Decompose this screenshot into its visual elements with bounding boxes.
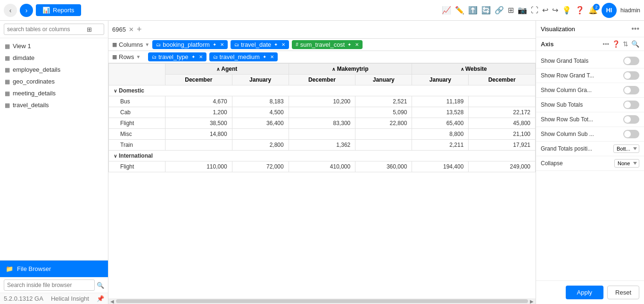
- cell-value: 21,100: [469, 129, 536, 140]
- scroll-right-arrow[interactable]: ▶: [530, 299, 534, 304]
- group-chevron[interactable]: ∨: [114, 88, 117, 93]
- cell-value: 194,400: [412, 161, 469, 172]
- chip-move-icon[interactable]: ✦: [263, 54, 266, 59]
- rp-menu-icon[interactable]: •••: [631, 25, 639, 33]
- sidebar-item-geo[interactable]: ▦ geo_cordinates: [0, 76, 108, 87]
- redo-icon[interactable]: ↪: [552, 6, 558, 15]
- chip-move-icon[interactable]: ✦: [274, 42, 278, 47]
- help-icon[interactable]: ❓: [575, 6, 585, 15]
- chip-close-icon[interactable]: ✕: [220, 42, 224, 47]
- rp-header: Visualization •••: [536, 21, 644, 37]
- group-chevron[interactable]: ∨: [114, 153, 117, 159]
- chip-booking-platform[interactable]: 🗂 booking_platform ✦ ✕: [152, 40, 228, 49]
- row-label: Flight: [109, 161, 165, 172]
- chip-label: sum_travel_cost: [300, 41, 345, 48]
- reports-button[interactable]: 📊 Reports: [36, 4, 81, 16]
- sidebar-item-meeting[interactable]: ▦ meeting_details: [0, 87, 108, 99]
- chip-move-icon[interactable]: ✦: [213, 42, 216, 47]
- export-icon[interactable]: ⬆️: [468, 6, 478, 15]
- back-button[interactable]: ‹: [4, 4, 17, 17]
- user-avatar[interactable]: HI: [602, 3, 617, 18]
- website-chevron[interactable]: ∧: [461, 67, 464, 72]
- chip-close-icon[interactable]: ✕: [270, 54, 274, 59]
- columns-chevron[interactable]: ▼: [145, 42, 149, 47]
- sidebar-item-travel[interactable]: ▦ travel_details: [0, 99, 108, 111]
- file-search-icon[interactable]: 🔍: [97, 282, 104, 289]
- chip-icon: 🗂: [152, 54, 157, 59]
- cell-value: 13,528: [412, 107, 469, 118]
- file-search-input[interactable]: [4, 279, 95, 291]
- share-icon[interactable]: 🔗: [495, 6, 504, 15]
- chip-travel-date[interactable]: 🗂 travel_date ✦ ✕: [231, 40, 289, 49]
- tab-plus-icon[interactable]: +: [137, 25, 142, 34]
- toggle-switch[interactable]: [623, 130, 639, 138]
- agent-chevron[interactable]: ∧: [216, 67, 220, 72]
- pin-icon[interactable]: 📌: [97, 295, 104, 302]
- refresh-icon[interactable]: 🔄: [481, 6, 491, 15]
- axis-menu-icon[interactable]: •••: [603, 41, 609, 48]
- bulb-icon[interactable]: 💡: [562, 6, 571, 15]
- chip-sum-travel-cost[interactable]: # sum_travel_cost ✦ ✕: [292, 40, 363, 49]
- scrollbar-track[interactable]: [116, 299, 528, 303]
- chip-label: travel_type: [158, 53, 189, 60]
- cell-value: [355, 129, 412, 140]
- chip-icon: #: [296, 42, 298, 47]
- rp-select[interactable]: Bott...: [613, 144, 639, 153]
- expand-icon[interactable]: ⛶: [531, 6, 538, 15]
- toggle-switch[interactable]: [623, 115, 639, 124]
- chip-travel-medium[interactable]: 🗂 travel_medium ✦ ✕: [209, 52, 278, 61]
- cell-value: 1,200: [165, 107, 232, 118]
- file-browser-button[interactable]: 📁 File Browser: [0, 261, 108, 277]
- cell-value: 11,189: [412, 96, 469, 107]
- chart-line-icon[interactable]: 📈: [442, 6, 451, 15]
- rp-option-label: Grand Totals positi...: [541, 145, 592, 152]
- sidebar-item-employee[interactable]: ▦ employee_details: [0, 64, 108, 76]
- reset-button[interactable]: Reset: [607, 286, 639, 299]
- cell-value: 10,200: [289, 96, 355, 107]
- folder-icon: 📁: [6, 265, 13, 272]
- rp-option-row: Show Column Gra...: [536, 83, 644, 98]
- chip-move-icon[interactable]: ✦: [191, 54, 195, 59]
- scroll-left-arrow[interactable]: ◀: [110, 299, 114, 304]
- rp-select[interactable]: None: [614, 159, 639, 168]
- rows-chevron[interactable]: ▼: [136, 54, 141, 59]
- apply-button[interactable]: Apply: [566, 286, 604, 299]
- rp-option-row: Show Row Sub Tot...: [536, 112, 644, 127]
- notification-badge[interactable]: 🔔 2: [588, 6, 598, 15]
- cell-value: [469, 96, 536, 107]
- undo-icon[interactable]: ↩: [542, 6, 548, 15]
- edit-icon[interactable]: ✏️: [455, 6, 464, 15]
- rp-option-row: Show Column Sub ...: [536, 127, 644, 142]
- row-label: Bus: [109, 96, 165, 107]
- help-circle-icon[interactable]: ❓: [612, 40, 620, 48]
- axis-label: Axis: [541, 41, 553, 48]
- horizontal-scrollbar[interactable]: ◀ ▶: [108, 298, 536, 304]
- toggle-switch[interactable]: [623, 101, 639, 109]
- columns-label-area: ▦ Columns ▼: [112, 41, 149, 48]
- chip-label: travel_date: [241, 41, 271, 48]
- layout-icon[interactable]: ⊞: [508, 6, 514, 15]
- rp-option-control: [623, 101, 639, 109]
- chip-icon: 🗂: [213, 54, 218, 59]
- screenshot-icon[interactable]: 📷: [518, 6, 527, 15]
- chip-close-icon[interactable]: ✕: [199, 54, 203, 59]
- cell-value: 410,000: [289, 161, 355, 172]
- toggle-switch[interactable]: [623, 71, 639, 80]
- sort-icon[interactable]: ⇅: [623, 40, 628, 48]
- chip-close-icon[interactable]: ✕: [281, 42, 285, 47]
- tab-close-icon[interactable]: ✕: [129, 26, 134, 33]
- search-icon[interactable]: 🔍: [631, 40, 639, 48]
- sidebar-item-view1[interactable]: ▦ View 1: [0, 40, 108, 52]
- rows-label-area: ▦ Rows ▼: [112, 53, 145, 60]
- makemytrip-chevron[interactable]: ∧: [332, 67, 335, 72]
- chip-close-icon[interactable]: ✕: [355, 42, 359, 47]
- toggle-switch[interactable]: [623, 57, 639, 65]
- sidebar-item-label: View 1: [13, 42, 31, 50]
- sidebar-item-dimdate[interactable]: ▦ dimdate: [0, 52, 108, 64]
- forward-button[interactable]: ›: [20, 4, 33, 17]
- cell-value: 22,800: [355, 118, 412, 129]
- chip-move-icon[interactable]: ✦: [347, 42, 351, 47]
- toggle-switch[interactable]: [623, 86, 639, 94]
- chip-travel-type[interactable]: 🗂 travel_type ✦ ✕: [148, 52, 206, 61]
- grid-view-icon[interactable]: ⊞: [87, 26, 92, 33]
